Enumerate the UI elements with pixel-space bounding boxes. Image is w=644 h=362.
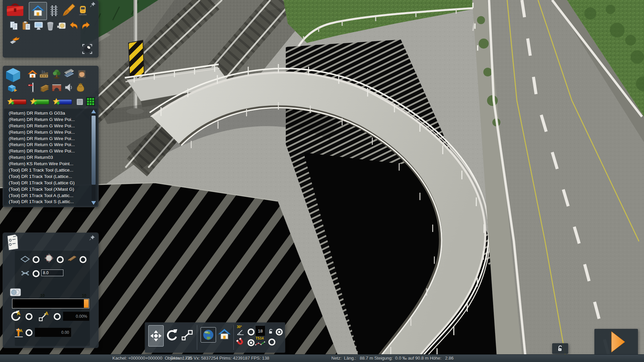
slider-mid-label: 10 — [40, 293, 45, 298]
ts-label: TS14 — [256, 337, 264, 340]
scale-auto-icon[interactable]: A — [38, 310, 50, 322]
insert-icon[interactable] — [8, 34, 21, 46]
lock-radio[interactable] — [276, 328, 283, 336]
signal-icon[interactable] — [28, 82, 38, 93]
magnet-icon[interactable] — [235, 337, 246, 347]
lock-mini-icon[interactable] — [268, 328, 274, 335]
raise-auto-icon[interactable]: A — [13, 326, 25, 339]
home-view-icon[interactable] — [218, 328, 231, 341]
cross-mode-radio[interactable] — [33, 270, 40, 277]
lamp-icon[interactable] — [81, 43, 93, 55]
sack-icon[interactable] — [75, 81, 86, 93]
target-mode-radio[interactable] — [57, 256, 64, 263]
list-item[interactable]: (Tool) DR 1Track Tool (Lattice G) — [4, 180, 97, 186]
brush-icon[interactable] — [61, 3, 76, 18]
track-icon[interactable] — [48, 4, 60, 17]
spacing-input[interactable] — [41, 269, 63, 276]
pin-icon[interactable] — [89, 235, 95, 241]
height-field[interactable]: 0.00 — [35, 328, 71, 337]
house-icon[interactable] — [28, 69, 38, 79]
grid-view-icon[interactable] — [86, 97, 95, 106]
ts-graph-icon[interactable] — [255, 341, 266, 346]
toggle-icon[interactable] — [9, 288, 21, 296]
redo-icon[interactable] — [80, 21, 91, 31]
list-item[interactable]: (Tool) DR 1Track Tool (Lattice... — [4, 174, 97, 180]
angle-radio[interactable] — [248, 328, 255, 336]
asset-list-items: (Return) DR Return G G03a(Return) DR Ret… — [4, 109, 97, 205]
scale-auto-radio[interactable] — [54, 313, 61, 320]
plank-mode-icon[interactable] — [67, 253, 78, 263]
raise-auto-radio[interactable] — [25, 329, 33, 336]
slider-handle[interactable] — [84, 299, 89, 308]
list-item[interactable]: (Tool) DR 1Track Tool A (Lattic... — [4, 193, 97, 199]
magnet-radio[interactable] — [248, 339, 255, 346]
target-mode-icon[interactable] — [44, 253, 54, 263]
home-icon — [31, 4, 45, 18]
screen-icon[interactable] — [34, 21, 44, 31]
svg-text:A: A — [17, 311, 20, 316]
properties-panel: 10 10 A A 0.00% A 0.00 — [3, 233, 99, 348]
tree-icon[interactable] — [52, 68, 62, 79]
list-item[interactable]: (Return) DR Return G Wire Poi... — [4, 136, 97, 142]
pin-icon[interactable] — [90, 1, 96, 7]
gradient-field[interactable]: 0.00% — [63, 312, 89, 321]
list-item[interactable]: (Return) KS Return Wire Point... — [4, 161, 97, 167]
scroll-up-icon[interactable] — [91, 110, 96, 113]
play-box — [594, 329, 638, 355]
paste-icon[interactable] — [21, 21, 32, 31]
scrollbar-thumb[interactable] — [92, 116, 96, 185]
bench-icon[interactable] — [39, 83, 50, 93]
scroll-down-icon[interactable] — [91, 201, 96, 205]
list-item[interactable]: (Return) DR Return G Wire Poi... — [4, 123, 97, 129]
diamond-mode-icon[interactable] — [20, 254, 30, 264]
measure-icon[interactable] — [56, 21, 67, 31]
list-item[interactable]: (Return) DR Return G G03a — [4, 110, 97, 117]
rotate-icon[interactable] — [166, 328, 179, 342]
cross-mode-icon[interactable] — [20, 268, 30, 278]
train-icon[interactable] — [78, 3, 88, 17]
list-item[interactable]: (Return) DR Return G Wire Poi... — [4, 129, 97, 136]
toolbox-icon[interactable] — [5, 1, 25, 19]
rotate-auto-radio[interactable] — [25, 313, 33, 320]
favorite-blue-icon[interactable] — [52, 98, 72, 106]
edit-mode-toolbar: 30° 18 TS14 — [145, 322, 285, 353]
ts-radio[interactable] — [268, 339, 275, 346]
cube-small-icon[interactable] — [8, 83, 18, 93]
copy-icon[interactable] — [9, 21, 19, 31]
speaker-icon[interactable] — [64, 82, 74, 93]
diamond-mode-radio[interactable] — [33, 256, 40, 263]
list-item[interactable]: (Tool) DR 1 Track Tool (Lattice... — [4, 167, 97, 174]
list-item[interactable]: (Tool) DR 1Track Tool S (Lattic... — [4, 199, 97, 205]
figure-icon[interactable] — [77, 69, 87, 79]
splines-icon[interactable] — [63, 68, 75, 79]
list-item[interactable]: (Return) DR Return03 — [4, 155, 97, 161]
favorite-green-icon[interactable] — [30, 98, 50, 106]
list-view-icon[interactable] — [76, 98, 84, 106]
app-window: (Return) DR Return G G03a(Return) DR Ret… — [0, 0, 644, 362]
rotate-auto-icon[interactable]: A — [9, 310, 22, 322]
angle-icon[interactable] — [236, 328, 245, 336]
globe-button[interactable] — [201, 327, 216, 343]
play-icon[interactable] — [610, 331, 626, 353]
move-mode-button[interactable] — [148, 325, 164, 347]
undo-icon[interactable] — [69, 21, 79, 31]
favorite-red-icon[interactable] — [7, 98, 27, 106]
plank-mode-radio[interactable] — [79, 256, 87, 263]
bridge-icon[interactable] — [52, 82, 62, 93]
cube-3d-icon[interactable] — [5, 67, 21, 83]
list-item[interactable]: (Return) DR Return G Wire Poi... — [4, 142, 97, 148]
properties-doc-icon[interactable] — [5, 234, 20, 251]
trash-icon[interactable] — [46, 21, 55, 31]
snap-value-field[interactable]: 18 — [256, 326, 265, 336]
asset-browser-panel: (Return) DR Return G G03a(Return) DR Ret… — [3, 66, 99, 207]
list-item[interactable]: (Return) DR Return G Wire Poi... — [4, 148, 97, 155]
status-bar: Kachel: +000000+000000 Objekte: 1330 Dra… — [0, 354, 644, 362]
density-slider[interactable] — [12, 299, 89, 308]
unlock-icon[interactable] — [556, 345, 564, 353]
list-item[interactable]: (Return) DR Return G Wire Poi... — [4, 117, 97, 123]
home-tool-button[interactable] — [29, 2, 47, 20]
scale-icon[interactable] — [181, 329, 193, 341]
asset-list-scrollbar[interactable] — [91, 110, 96, 205]
list-item[interactable]: (Tool) DR 1Track Tool (XMast G) — [4, 186, 97, 193]
factory-icon[interactable] — [38, 69, 50, 79]
